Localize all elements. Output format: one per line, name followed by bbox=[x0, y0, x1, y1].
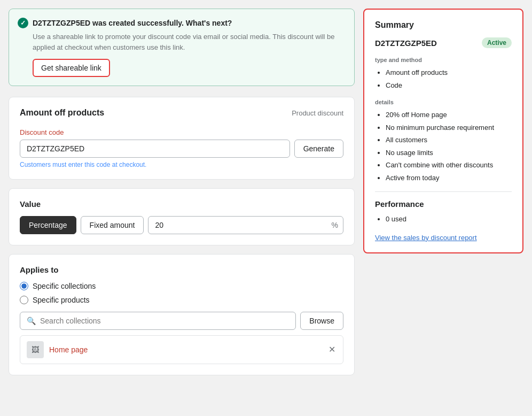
collections-radio[interactable] bbox=[20, 282, 28, 290]
banner-title: D2TZTZGZP5ED was created successfully. W… bbox=[33, 19, 232, 27]
collections-label: Specific collections bbox=[33, 282, 96, 290]
type-item-0: Amount off products bbox=[386, 67, 512, 78]
type-method-list: Amount off products Code bbox=[375, 67, 512, 90]
type-method-label: type and method bbox=[375, 57, 512, 63]
card-title: Amount off products bbox=[20, 108, 104, 118]
summary-divider bbox=[375, 191, 512, 192]
specific-collections-option[interactable]: Specific collections bbox=[20, 282, 343, 290]
active-badge: Active bbox=[482, 37, 512, 48]
detail-item-2: All customers bbox=[386, 135, 512, 145]
detail-item-5: Active from today bbox=[386, 173, 512, 183]
shareable-link-button[interactable]: Get shareable link bbox=[33, 59, 110, 77]
value-suffix: % bbox=[332, 221, 338, 229]
applies-to-title: Applies to bbox=[20, 265, 343, 274]
applies-to-card: Applies to Specific collections Specific… bbox=[9, 254, 355, 375]
banner-description: Use a shareable link to promote your dis… bbox=[33, 32, 346, 52]
success-banner: D2TZTZGZP5ED was created successfully. W… bbox=[9, 9, 355, 86]
search-collections-input[interactable] bbox=[40, 317, 289, 325]
value-section-title: Value bbox=[20, 199, 343, 209]
card-subtitle: Product discount bbox=[292, 109, 343, 117]
specific-products-option[interactable]: Specific products bbox=[20, 296, 343, 304]
performance-item-0: 0 used bbox=[386, 214, 512, 225]
detail-item-0: 20% off Home page bbox=[386, 110, 512, 120]
discount-code-input[interactable] bbox=[20, 140, 290, 158]
detail-item-1: No minimum purchase requirement bbox=[386, 122, 512, 133]
summary-card: Summary D2TZTZGZP5ED Active type and met… bbox=[363, 9, 523, 253]
type-item-1: Code bbox=[386, 80, 512, 91]
collection-thumbnail: 🖼 bbox=[27, 341, 44, 358]
generate-button[interactable]: Generate bbox=[294, 140, 343, 158]
discount-code-card: Amount off products Product discount Dis… bbox=[9, 97, 355, 180]
value-input[interactable] bbox=[148, 216, 343, 234]
details-list: 20% off Home page No minimum purchase re… bbox=[375, 110, 512, 183]
search-box: 🔍 bbox=[20, 312, 296, 330]
products-radio[interactable] bbox=[20, 296, 28, 304]
success-icon bbox=[18, 18, 28, 28]
collection-item: 🖼 Home page ✕ bbox=[20, 335, 343, 364]
summary-title: Summary bbox=[375, 20, 512, 30]
fixed-amount-toggle[interactable]: Fixed amount bbox=[81, 216, 144, 234]
view-report-link[interactable]: View the sales by discount report bbox=[375, 234, 477, 242]
remove-collection-button[interactable]: ✕ bbox=[327, 344, 337, 355]
detail-item-3: No usage limits bbox=[386, 148, 512, 158]
percentage-toggle[interactable]: Percentage bbox=[20, 216, 76, 234]
detail-item-4: Can't combine with other discounts bbox=[386, 160, 512, 171]
discount-code-helper: Customers must enter this code at checko… bbox=[20, 161, 343, 168]
summary-code: D2TZTZGZP5ED bbox=[375, 38, 437, 48]
products-label: Specific products bbox=[33, 296, 90, 304]
applies-radio-group: Specific collections Specific products bbox=[20, 282, 343, 304]
discount-code-label: Discount code bbox=[20, 128, 343, 136]
value-card: Value Percentage Fixed amount % bbox=[9, 188, 355, 245]
search-icon: 🔍 bbox=[27, 317, 36, 325]
performance-list: 0 used bbox=[375, 214, 512, 225]
performance-title: Performance bbox=[375, 199, 512, 209]
browse-button[interactable]: Browse bbox=[300, 312, 343, 330]
collection-name: Home page bbox=[49, 345, 322, 354]
details-label: details bbox=[375, 99, 512, 105]
